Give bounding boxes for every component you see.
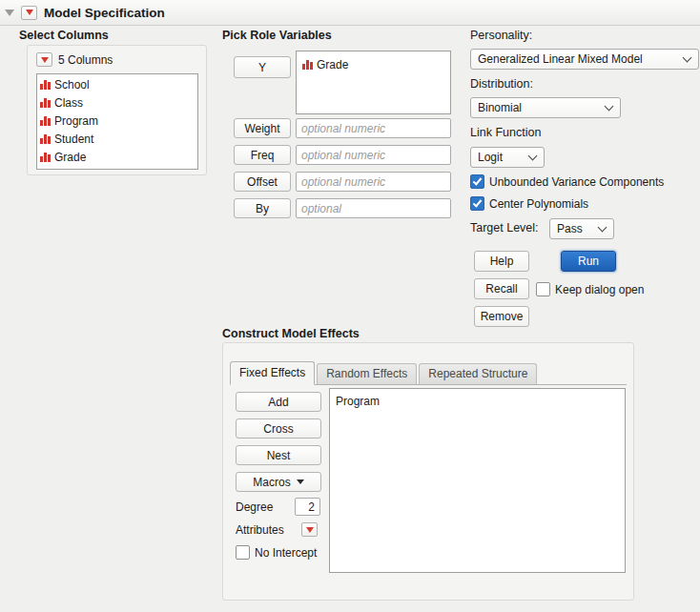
link-function-value: Logit bbox=[478, 151, 503, 164]
effects-tabbar: Fixed Effects Random Effects Repeated St… bbox=[230, 362, 627, 385]
remove-button[interactable]: Remove bbox=[474, 306, 529, 327]
chevron-down-icon bbox=[528, 152, 538, 161]
bar-chart-icon bbox=[40, 115, 51, 126]
y-role-item[interactable]: Grade bbox=[297, 51, 450, 73]
bar-chart-icon bbox=[40, 97, 51, 108]
no-intercept-label: No Intercept bbox=[255, 546, 317, 560]
degree-label: Degree bbox=[236, 500, 273, 514]
keep-dialog-open-label: Keep dialog open bbox=[555, 283, 644, 296]
center-polynomials-label: Center Polynomials bbox=[489, 197, 588, 211]
chevron-down-icon bbox=[683, 53, 692, 63]
page-title: Model Specification bbox=[44, 6, 165, 20]
red-triangle-menu-icon[interactable] bbox=[21, 6, 37, 20]
personality-label: Personality: bbox=[470, 29, 532, 42]
checkbox-unchecked-icon[interactable] bbox=[236, 545, 250, 560]
attributes-label: Attributes bbox=[236, 523, 284, 537]
cross-button[interactable]: Cross bbox=[236, 418, 321, 439]
column-label: Class bbox=[54, 96, 83, 110]
offset-input[interactable] bbox=[296, 172, 451, 192]
columns-count-label: 5 Columns bbox=[58, 53, 113, 67]
recall-button[interactable]: Recall bbox=[474, 278, 529, 299]
column-item[interactable]: School bbox=[37, 75, 197, 93]
y-role-button[interactable]: Y bbox=[234, 56, 291, 78]
construct-model-effects-title: Construct Model Effects bbox=[222, 327, 360, 340]
weight-role-button[interactable]: Weight bbox=[234, 118, 291, 138]
tab-fixed-effects[interactable]: Fixed Effects bbox=[230, 361, 315, 385]
freq-role-button[interactable]: Freq bbox=[234, 145, 291, 165]
macros-button-label: Macros bbox=[253, 476, 290, 489]
run-button[interactable]: Run bbox=[561, 251, 616, 272]
distribution-value: Binomial bbox=[478, 101, 522, 114]
disclosure-triangle-icon[interactable] bbox=[5, 10, 14, 16]
distribution-label: Distribution: bbox=[470, 77, 533, 91]
checkbox-checked-icon[interactable] bbox=[470, 174, 484, 189]
by-role-button[interactable]: By bbox=[234, 198, 291, 218]
column-label: School bbox=[54, 78, 90, 92]
dropdown-caret-icon bbox=[297, 479, 304, 484]
keep-dialog-open-checkbox-row[interactable]: Keep dialog open bbox=[536, 282, 644, 296]
link-function-select[interactable]: Logit bbox=[470, 147, 545, 168]
column-item[interactable]: Program bbox=[37, 112, 197, 130]
nest-button[interactable]: Nest bbox=[236, 445, 321, 465]
unbounded-variance-label: Unbounded Variance Components bbox=[489, 175, 664, 189]
pick-roles-title: Pick Role Variables bbox=[222, 29, 332, 42]
chevron-down-icon bbox=[598, 223, 607, 233]
red-triangle-glyph bbox=[41, 57, 49, 63]
personality-value: Generalized Linear Mixed Model bbox=[478, 52, 643, 66]
personality-select[interactable]: Generalized Linear Mixed Model bbox=[470, 49, 699, 70]
column-item[interactable]: Class bbox=[37, 93, 197, 112]
effect-label: Program bbox=[336, 395, 380, 408]
checkbox-unchecked-icon[interactable] bbox=[536, 282, 550, 296]
red-triangle-glyph bbox=[306, 527, 314, 533]
add-button[interactable]: Add bbox=[236, 392, 321, 412]
effects-listbox[interactable]: Program bbox=[329, 388, 626, 573]
no-intercept-checkbox-row[interactable]: No Intercept bbox=[236, 545, 317, 560]
column-item[interactable]: Student bbox=[37, 130, 197, 148]
degree-input[interactable] bbox=[295, 498, 320, 516]
checkbox-checked-icon[interactable] bbox=[470, 196, 484, 211]
bar-chart-icon bbox=[40, 152, 51, 162]
columns-listbox[interactable]: School Class Program Student Grade bbox=[36, 73, 198, 170]
tab-repeated-structure[interactable]: Repeated Structure bbox=[419, 363, 537, 384]
tab-random-effects[interactable]: Random Effects bbox=[317, 363, 417, 384]
weight-input[interactable] bbox=[296, 118, 451, 138]
y-drop-zone[interactable]: Grade bbox=[296, 51, 451, 114]
offset-role-button[interactable]: Offset bbox=[234, 172, 291, 192]
bar-chart-icon bbox=[40, 79, 51, 90]
outline-header: Model Specification bbox=[0, 0, 700, 26]
column-item[interactable]: Grade bbox=[37, 148, 197, 166]
effect-item[interactable]: Program bbox=[330, 389, 625, 410]
bar-chart-icon bbox=[302, 59, 313, 70]
freq-input[interactable] bbox=[296, 145, 451, 165]
target-level-label: Target Level: bbox=[470, 221, 539, 235]
select-columns-title: Select Columns bbox=[19, 29, 109, 42]
column-label: Program bbox=[54, 114, 98, 128]
column-label: Student bbox=[54, 133, 93, 146]
unbounded-variance-checkbox-row[interactable]: Unbounded Variance Components bbox=[470, 174, 664, 189]
select-columns-panel: 5 Columns School Class Program Student G… bbox=[27, 45, 207, 175]
center-polynomials-checkbox-row[interactable]: Center Polynomials bbox=[470, 196, 588, 211]
attributes-red-triangle-menu-icon[interactable] bbox=[301, 522, 318, 537]
y-role-value: Grade bbox=[317, 58, 348, 71]
macros-button[interactable]: Macros bbox=[236, 472, 321, 492]
help-button[interactable]: Help bbox=[474, 251, 529, 272]
link-function-label: Link Function bbox=[470, 126, 541, 139]
red-triangle-glyph bbox=[26, 10, 33, 15]
by-input[interactable] bbox=[296, 198, 451, 218]
target-level-select[interactable]: Pass bbox=[549, 218, 614, 239]
columns-red-triangle-menu-icon[interactable] bbox=[36, 52, 52, 67]
column-label: Grade bbox=[54, 151, 86, 164]
distribution-select[interactable]: Binomial bbox=[470, 97, 621, 118]
bar-chart-icon bbox=[40, 133, 51, 144]
target-level-value: Pass bbox=[557, 222, 583, 235]
chevron-down-icon bbox=[605, 102, 614, 112]
